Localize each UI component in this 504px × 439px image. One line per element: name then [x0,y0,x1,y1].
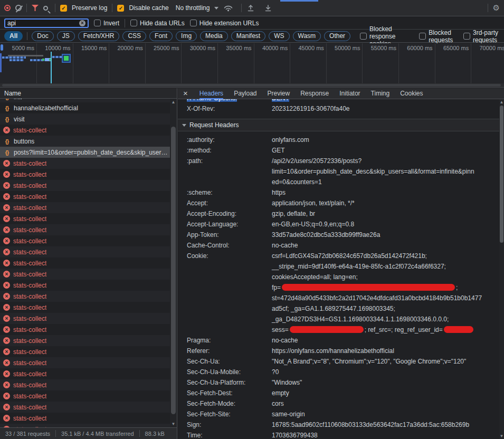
request-row[interactable]: ×stats-collect [0,269,170,280]
filter-pill-font[interactable]: Font [149,31,173,41]
header-value: /api2/v2/users/20572336/posts?limit=10&o… [272,156,499,187]
filter-pill-img[interactable]: Img [176,31,197,41]
request-row[interactable]: {}hannahelizabethofficial [0,102,170,113]
tab-payload[interactable]: Payload [234,88,256,99]
hide-data-urls-checkbox[interactable] [130,20,137,26]
request-row[interactable]: ×stats-collect [0,379,170,390]
request-row[interactable]: ×stats-collect [0,313,170,324]
waterfall-segment [2,56,26,59]
export-har-icon[interactable] [264,4,272,12]
name-column-header[interactable]: Name [0,88,177,99]
filter-pill-manifest[interactable]: Manifest [231,31,265,41]
redaction-marker [290,326,364,333]
request-row[interactable]: ×stats-collect [0,125,170,136]
scrollbar-thumb[interactable] [171,127,176,414]
filter-icon[interactable] [32,5,39,11]
clear-network-log-button[interactable] [15,5,22,11]
request-row[interactable]: ×stats-collect [0,158,170,169]
request-row[interactable]: ×stats-collect [0,390,170,402]
tab-initiator[interactable]: Initiator [339,88,360,99]
request-row[interactable]: ×stats-collect [0,424,170,427]
chevron-down-icon[interactable] [214,7,218,9]
import-har-icon[interactable] [246,4,255,12]
3rd-party-requests-checkbox[interactable] [463,33,470,40]
request-row[interactable]: ×stats-collect [0,257,170,269]
timeline-horizontal-scrollbar[interactable] [0,83,504,88]
details-scrollbar[interactable]: ▲ ▼ [499,99,504,439]
tab-response[interactable]: Response [300,88,329,99]
scrollbar-thumb[interactable] [2,84,501,87]
tab-cookies[interactable]: Cookies [400,88,423,99]
blocked-requests-checkbox[interactable] [419,33,426,40]
network-overview-timeline[interactable]: 5000 ms10000 ms15000 ms20000 ms25000 ms3… [0,43,504,83]
search-icon[interactable] [43,6,48,11]
request-row[interactable]: ×stats-collect [0,191,170,202]
filter-pill-media[interactable]: Media [200,31,228,41]
request-row[interactable]: {}init [0,99,170,102]
tab-timing[interactable]: Timing [371,88,390,99]
request-row[interactable]: ×stats-collect [0,302,170,313]
request-row[interactable]: ×stats-collect [0,235,170,246]
header-row: Sign:16785:5aad9602cf110608b03133de56364… [178,419,499,430]
requests-count: 33 / 381 requests [0,431,55,437]
scrollbar-thumb[interactable] [500,106,503,243]
request-row[interactable]: {}visit [0,113,170,125]
scroll-down-icon[interactable]: ▼ [499,434,504,438]
request-row[interactable]: ×stats-collect [0,324,170,335]
filter-pill-doc[interactable]: Doc [32,31,53,41]
filter-pill-other[interactable]: Other [324,31,350,41]
request-row[interactable]: ×stats-collect [0,280,170,291]
network-conditions-icon[interactable] [223,4,233,12]
preserve-log-checkbox[interactable]: ✓ [60,5,67,12]
filter-checkbox-group[interactable]: 3rd-party requests [463,29,500,44]
filter-input-box[interactable]: × [4,18,89,28]
request-row[interactable]: ×stats-collect [0,224,170,235]
filter-input[interactable] [7,20,77,27]
request-row[interactable]: {}buttons [0,136,170,147]
close-icon[interactable]: × [183,89,188,98]
request-row[interactable]: ×stats-collect [0,291,170,302]
blocked-response-cookies-checkbox[interactable] [360,33,367,40]
request-row[interactable]: {}posts?limit=10&order=publish_date_desc… [0,147,170,158]
request-row[interactable]: ×stats-collect [0,213,170,224]
filter-pill-wasm[interactable]: Wasm [293,31,321,41]
tab-preview[interactable]: Preview [268,88,290,99]
invert-checkbox[interactable] [94,20,101,26]
request-list-scrollbar[interactable]: ▲ ▼ [170,99,177,427]
filter-pill-all[interactable]: All [4,31,23,41]
toolbar-divider [125,19,125,27]
scroll-down-icon[interactable]: ▼ [170,422,177,426]
scroll-up-icon[interactable]: ▲ [499,100,504,104]
filter-pill-ws[interactable]: WS [269,31,289,41]
invert-checkbox-group[interactable]: Invert [94,20,119,27]
request-row[interactable]: ×stats-collect [0,346,170,357]
request-headers-section[interactable]: Request Headers [178,119,499,131]
request-row[interactable]: ×stats-collect [0,246,170,257]
scroll-up-icon[interactable]: ▲ [170,100,177,104]
request-row[interactable]: ×stats-collect [0,180,170,191]
disable-cache-checkbox[interactable]: ✓ [117,5,124,12]
waterfall-green-dot [42,59,44,61]
hide-extension-urls-group[interactable]: Hide extension URLs [190,20,259,27]
header-value: ?0 [272,367,499,377]
request-row[interactable]: ×stats-collect [0,335,170,346]
request-row[interactable]: ×stats-collect [0,413,170,424]
filter-pill-js[interactable]: JS [57,31,75,41]
filter-pill-fetch-xhr[interactable]: Fetch/XHR [78,31,120,41]
hide-data-urls-group[interactable]: Hide data URLs [130,20,185,27]
clear-filter-icon[interactable]: × [79,20,85,26]
throttling-select[interactable]: No throttling [176,4,210,12]
request-row[interactable]: ×stats-collect [0,202,170,213]
request-row[interactable]: ×stats-collect [0,357,170,368]
filter-checkbox-group[interactable]: Blocked requests [419,29,454,44]
request-name: stats-collect [13,415,46,422]
tab-headers[interactable]: Headers [199,88,223,99]
hide-extension-urls-checkbox[interactable] [190,20,197,26]
request-row[interactable]: ×stats-collect [0,169,170,180]
settings-gear-icon[interactable]: ⚙ [493,4,500,12]
record-network-log-button[interactable] [4,5,11,11]
failed-request-icon: × [3,271,10,278]
request-row[interactable]: ×stats-collect [0,368,170,379]
filter-pill-css[interactable]: CSS [122,31,146,41]
request-row[interactable]: ×stats-collect [0,402,170,413]
